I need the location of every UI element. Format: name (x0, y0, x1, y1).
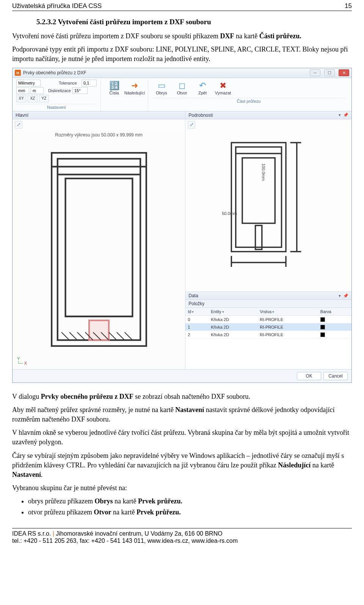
main-panel-header: Hlavní (13, 111, 185, 119)
delete-button[interactable]: ✖ Vymazat (213, 80, 232, 96)
svg-rect-1 (57, 159, 140, 340)
data-pin-icon[interactable]: 📌 (343, 293, 348, 298)
opening-icon: ◻ (179, 82, 185, 90)
bullet-list: obrys průřezu příkazem Obrys na kartě Pr… (21, 497, 352, 517)
main-panel: Hlavní ⤢ Rozměry výkresu jsou 50.000 x 9… (13, 111, 185, 369)
footer-contact: tel.: +420 - 511 205 263, fax: +420 - 54… (12, 538, 352, 544)
data-grid[interactable]: Id▾ Entity▾ Vrstva▾ Barva 0Křivka 2DRI-P… (185, 308, 351, 369)
section-number: 5.2.3.2 (36, 18, 56, 26)
ok-button[interactable]: OK (297, 372, 321, 380)
unit-m[interactable] (31, 87, 44, 94)
svg-rect-11 (256, 225, 262, 249)
svg-rect-10 (242, 158, 275, 223)
unit-mm[interactable] (16, 87, 29, 94)
footer-address: Jihomoravské inovační centrum, U Vodárny… (54, 530, 223, 537)
undo-button[interactable]: ↶ Zpět (193, 80, 212, 96)
axes-indicator: Y └─ X (17, 356, 27, 365)
para-6: Čáry se vybírají stejným způsobem jako n… (12, 451, 352, 480)
outline-button[interactable]: ▭ Obrys (152, 80, 171, 96)
cancel-button[interactable]: Cancel (323, 372, 348, 380)
bullet-item: otvor průřezu příkazem Otvor na kartě Pr… (28, 508, 352, 517)
data-panel: Data ▾📌 Položky Id▾ Entity▾ Vrstva▾ Barv… (185, 292, 351, 369)
tolerance-label: Tolerance (59, 81, 80, 85)
next-icon: ➜ (131, 82, 138, 90)
axis-button-yz[interactable]: YZ (39, 95, 49, 102)
panel-menu-icon[interactable]: ▾ (339, 113, 341, 118)
axis-button-xy[interactable]: XY (16, 95, 26, 102)
window-title: Prvky obecného průřezu z DXF (23, 70, 86, 75)
data-panel-header: Data ▾📌 (185, 292, 351, 300)
ribbon-group-part: ▭ Obrys ◻ Otvor ↶ Zpět ✖ Vymazat Část pr… (151, 80, 349, 111)
panel-pin-icon[interactable]: 📌 (343, 113, 348, 118)
ribbon-group-settings: Tolerance Diskretizace XY XZ YZ Nastaven… (15, 80, 101, 111)
detail-panel-header: Podrobnosti ▾📌 (185, 111, 351, 119)
dxf-dialog-window: π Prvky obecného průřezu z DXF ─ ☐ ✕ Tol… (12, 68, 352, 383)
detail-canvas[interactable]: 100.0mm 50.0mm (185, 130, 351, 292)
discretization-input[interactable] (72, 87, 88, 94)
drawing-dimensions-text: Rozměry výkresu jsou 50.000 x 99.999 mm (55, 132, 143, 138)
numbers-button[interactable]: 🔢 Čísla (105, 80, 124, 110)
next-button[interactable]: ➜ Následující (125, 80, 144, 110)
data-header-row: Id▾ Entity▾ Vrstva▾ Barva (185, 308, 351, 316)
units-select[interactable] (16, 80, 41, 86)
ribbon-caption-settings: Nastavení (16, 104, 97, 110)
ribbon-group-numbers: 🔢 Čísla ➜ Následující (103, 80, 148, 111)
col-entity: Entity▾ (209, 308, 257, 316)
app-icon: π (15, 70, 21, 76)
data-subtab[interactable]: Položky (185, 300, 351, 308)
numbers-icon: 🔢 (109, 82, 119, 90)
col-color: Barva (318, 308, 351, 316)
filter-icon[interactable]: ▾ (272, 310, 274, 314)
data-menu-icon[interactable]: ▾ (339, 293, 341, 298)
delete-icon: ✖ (220, 82, 226, 90)
col-layer: Vrstva▾ (257, 308, 318, 316)
doc-title: Uživatelská příručka IDEA CSS (12, 2, 102, 10)
table-row[interactable]: 0Křivka 2DRI-PROFILE (185, 316, 351, 323)
discretization-label: Diskretizace (48, 88, 71, 93)
outline-icon: ▭ (158, 82, 166, 90)
para-1: Vytvoření nové části průřezu importem z … (12, 31, 352, 41)
zoom-extents-button[interactable]: ⤢ (15, 121, 22, 129)
para-5: V hlavním okně se vyberou jednotlivé čár… (12, 428, 352, 447)
col-id: Id▾ (185, 308, 209, 316)
ribbon: Tolerance Diskretizace XY XZ YZ Nastaven… (13, 78, 351, 111)
right-column: Podrobnosti ▾📌 ⤢ (185, 111, 351, 369)
profile-drawing (50, 151, 148, 348)
bullet-item: obrys průřezu příkazem Obrys na kartě Pr… (28, 497, 352, 506)
para-3: V dialogu Prvky obecného průřezu z DXF s… (12, 392, 352, 401)
svg-rect-4 (65, 179, 132, 317)
maximize-button[interactable]: ☐ (324, 69, 335, 76)
axis-button-xz[interactable]: XZ (28, 95, 38, 102)
svg-rect-7 (231, 143, 286, 252)
table-row[interactable]: 2Křivka 2DRI-PROFILE (185, 331, 351, 339)
doc-footer: IDEA RS s.r.o. | Jihomoravské inovační c… (12, 528, 352, 544)
section-heading: 5.2.3.2 Vytvoření části průřezu importem… (36, 18, 352, 26)
table-row[interactable]: 1Křivka 2DRI-PROFILE (185, 323, 351, 331)
filter-icon[interactable]: ▾ (222, 310, 224, 314)
detail-zoom-button[interactable]: ⤢ (188, 121, 195, 129)
opening-button[interactable]: ◻ Otvor (173, 80, 191, 96)
undo-icon: ↶ (199, 82, 206, 90)
detail-drawing (225, 136, 312, 289)
main-canvas[interactable]: Rozměry výkresu jsou 50.000 x 99.999 mm (13, 130, 185, 369)
ribbon-caption-part: Část průřezu (152, 98, 345, 103)
doc-header: Uživatelská příručka IDEA CSS 15 (12, 0, 352, 11)
window-body: Hlavní ⤢ Rozměry výkresu jsou 50.000 x 9… (13, 111, 351, 369)
section-title: Vytvoření části průřezu importem z DXF s… (58, 18, 211, 26)
para-7: Vybranou skupinu čar je nutné převést na… (12, 483, 352, 493)
close-button[interactable]: ✕ (339, 69, 349, 76)
dim-horizontal-label: 50.0mm (222, 211, 237, 216)
titlebar: π Prvky obecného průřezu z DXF ─ ☐ ✕ (13, 68, 351, 78)
footer-company: IDEA RS s.r.o. (12, 530, 53, 537)
page-number: 15 (345, 2, 352, 10)
para-4: Aby měl načtený průřez správné rozměry, … (12, 405, 352, 424)
minimize-button[interactable]: ─ (310, 69, 320, 76)
dialog-footer: OK Cancel (13, 369, 351, 382)
dim-vertical-label: 100.0mm (261, 163, 266, 181)
para-2: Podporované typy entit při importu z DXF… (12, 45, 352, 64)
filter-icon[interactable]: ▾ (192, 310, 194, 314)
tolerance-input[interactable] (82, 80, 97, 86)
